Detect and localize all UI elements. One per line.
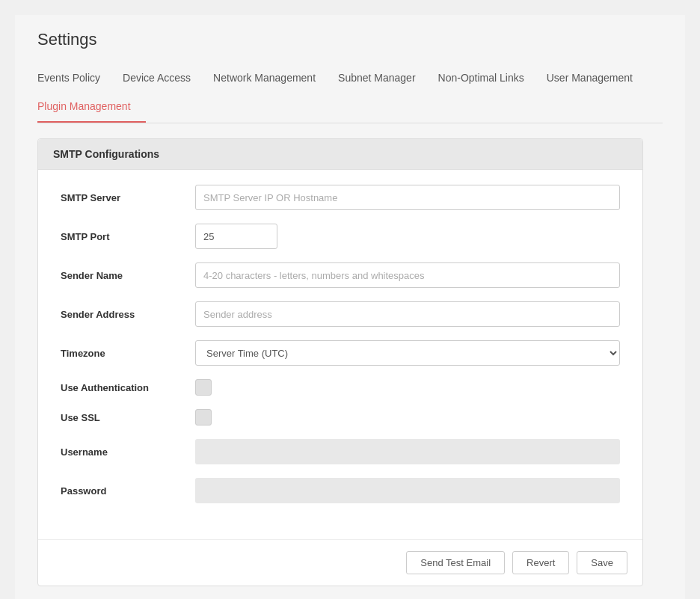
- smtp-port-input[interactable]: [195, 224, 277, 249]
- smtp-server-row: SMTP Server: [61, 185, 620, 210]
- password-label: Password: [61, 485, 195, 497]
- smtp-server-input[interactable]: [195, 185, 620, 210]
- save-button[interactable]: Save: [577, 551, 627, 574]
- tab-events-policy[interactable]: Events Policy: [37, 64, 115, 93]
- card-footer: Send Test Email Revert Save: [38, 539, 642, 586]
- sender-address-label: Sender Address: [61, 309, 195, 320]
- use-authentication-row: Use Authentication: [61, 379, 620, 396]
- use-ssl-label: Use SSL: [61, 412, 195, 423]
- timezone-label: Timezone: [61, 348, 195, 359]
- smtp-port-label: SMTP Port: [61, 231, 195, 242]
- tab-bar: Events Policy Device Access Network Mana…: [37, 64, 663, 123]
- password-row: Password: [61, 478, 620, 503]
- tab-network-management[interactable]: Network Management: [213, 64, 331, 93]
- use-authentication-label: Use Authentication: [61, 382, 195, 393]
- tab-user-management[interactable]: User Management: [547, 64, 648, 93]
- page-title: Settings: [37, 30, 663, 49]
- smtp-server-label: SMTP Server: [61, 192, 195, 203]
- smtp-card: SMTP Configurations SMTP Server SMTP Por…: [37, 138, 643, 586]
- sender-name-input[interactable]: [195, 262, 620, 288]
- use-ssl-checkbox[interactable]: [195, 409, 212, 426]
- card-header: SMTP Configurations: [38, 139, 642, 170]
- tab-plugin-management[interactable]: Plugin Management: [37, 93, 146, 123]
- tab-device-access[interactable]: Device Access: [123, 64, 206, 93]
- send-test-email-button[interactable]: Send Test Email: [406, 551, 505, 574]
- card-body: SMTP Server SMTP Port Sender Name Sender…: [38, 170, 642, 539]
- use-ssl-row: Use SSL: [61, 409, 620, 426]
- sender-name-label: Sender Name: [61, 270, 195, 281]
- smtp-port-row: SMTP Port: [61, 224, 620, 249]
- timezone-row: Timezone Server Time (UTC) UTC-12:00 UTC…: [61, 340, 620, 366]
- page-container: Settings Events Policy Device Access Net…: [15, 15, 685, 599]
- tab-subnet-manager[interactable]: Subnet Manager: [338, 64, 431, 93]
- username-row: Username: [61, 439, 620, 464]
- tab-non-optimal-links[interactable]: Non-Optimal Links: [438, 64, 539, 93]
- revert-button[interactable]: Revert: [512, 551, 569, 574]
- timezone-select[interactable]: Server Time (UTC) UTC-12:00 UTC-11:00 UT…: [195, 340, 620, 366]
- sender-name-row: Sender Name: [61, 262, 620, 288]
- password-input[interactable]: [195, 478, 620, 503]
- username-input[interactable]: [195, 439, 620, 464]
- username-label: Username: [61, 446, 195, 458]
- use-authentication-checkbox[interactable]: [195, 379, 212, 396]
- timezone-select-wrapper: Server Time (UTC) UTC-12:00 UTC-11:00 UT…: [195, 340, 620, 366]
- sender-address-input[interactable]: [195, 301, 620, 327]
- sender-address-row: Sender Address: [61, 301, 620, 327]
